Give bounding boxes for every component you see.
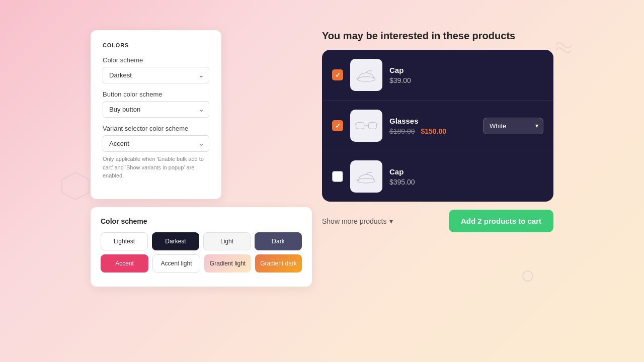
color-option-gradient-light[interactable]: Gradient light — [204, 254, 251, 273]
price-original: $189.00 — [389, 127, 415, 135]
product-name-glasses1: Glasses — [389, 117, 476, 125]
color-options-row-2: Accent Accent light Gradient light Gradi… — [101, 254, 302, 273]
svg-rect-3 — [356, 123, 364, 129]
product-price-glasses1: $189.00 $150.00 — [389, 127, 476, 135]
left-panel: COLORS Color scheme Lightest Darkest Lig… — [91, 30, 312, 287]
button-color-scheme-field: Button color scheme Buy button Default — [103, 90, 209, 118]
variant-select-glasses1[interactable]: White Black Brown — [483, 118, 543, 134]
product-info-glasses1: Glasses $189.00 $150.00 — [389, 117, 476, 135]
svg-point-2 — [357, 77, 375, 82]
color-scheme-select-wrapper: Lightest Darkest Light Dark Accent Accen… — [103, 67, 209, 83]
products-bottom-bar: Show more products ▾ Add 2 products to c… — [322, 202, 553, 232]
product-name-cap2: Cap — [389, 167, 543, 176]
variant-select-wrapper: White Black Brown ▾ — [483, 118, 543, 134]
color-option-darkest[interactable]: Darkest — [152, 232, 199, 250]
product-row: Cap $395.00 — [322, 151, 553, 202]
variant-selector-label: Variant selector color scheme — [103, 125, 209, 132]
color-scheme-picker-card: Color scheme Lightest Darkest Light Dark… — [91, 207, 312, 287]
products-heading: You may be interested in these products — [322, 30, 553, 42]
product-checkbox-glasses1[interactable]: ✓ — [332, 120, 343, 131]
color-scheme-field: Color scheme Lightest Darkest Light Dark… — [103, 56, 209, 83]
color-scheme-select[interactable]: Lightest Darkest Light Dark Accent Accen… — [103, 67, 209, 83]
svg-point-8 — [357, 178, 375, 184]
product-checkbox-cap1[interactable]: ✓ — [332, 69, 343, 80]
color-option-dark[interactable]: Dark — [255, 232, 302, 250]
checkmark-icon: ✓ — [335, 122, 341, 130]
checkmark-icon: ✓ — [335, 71, 341, 79]
product-price-cap1: $39.00 — [389, 76, 543, 84]
product-info-cap2: Cap $395.00 — [389, 167, 543, 186]
button-color-scheme-select[interactable]: Buy button Default — [103, 101, 209, 118]
variant-selector-note: Only applicable when 'Enable bulk add to… — [103, 155, 209, 180]
chevron-down-icon: ▾ — [389, 217, 393, 225]
product-image-cap2 — [350, 160, 382, 193]
color-option-light[interactable]: Light — [203, 232, 251, 250]
cap-image-icon — [356, 67, 376, 82]
cap-image-icon — [356, 169, 376, 184]
button-color-scheme-label: Button color scheme — [103, 90, 209, 98]
price-sale: $150.00 — [421, 127, 447, 135]
products-card: ✓ Cap $39.00 — [322, 50, 553, 202]
svg-rect-4 — [368, 123, 376, 129]
product-row: ✓ Glasses $189.00 $15 — [322, 101, 553, 151]
show-more-label: Show more products — [322, 217, 386, 225]
show-more-button[interactable]: Show more products ▾ — [322, 217, 393, 225]
button-color-scheme-select-wrapper: Buy button Default — [103, 101, 209, 118]
colors-config-card: COLORS Color scheme Lightest Darkest Lig… — [91, 30, 221, 199]
product-price-cap2: $395.00 — [389, 178, 543, 186]
variant-selector-select[interactable]: Accent Darkest Light Dark — [103, 135, 209, 152]
variant-selector-select-wrapper: Accent Darkest Light Dark — [103, 135, 209, 152]
color-option-gradient-dark[interactable]: Gradient dark — [255, 254, 302, 273]
products-panel: You may be interested in these products … — [322, 30, 553, 232]
product-name-cap1: Cap — [389, 66, 543, 74]
variant-selector-field: Variant selector color scheme Accent Dar… — [103, 125, 209, 180]
color-scheme-label: Color scheme — [103, 56, 209, 64]
color-scheme-picker-title: Color scheme — [101, 217, 302, 225]
color-option-lightest[interactable]: Lightest — [101, 232, 148, 250]
colors-section-title: COLORS — [103, 42, 209, 48]
product-info-cap1: Cap $39.00 — [389, 66, 543, 84]
product-image-glasses1 — [350, 110, 382, 142]
color-option-accent[interactable]: Accent — [101, 254, 148, 273]
glasses-image-icon — [355, 120, 377, 132]
color-options-row-1: Lightest Darkest Light Dark — [101, 232, 302, 250]
product-row: ✓ Cap $39.00 — [322, 50, 553, 101]
color-option-accent-light[interactable]: Accent light — [152, 254, 200, 273]
add-to-cart-button[interactable]: Add 2 products to cart — [449, 210, 553, 232]
product-image-cap1 — [350, 59, 382, 91]
product-checkbox-cap2[interactable] — [332, 171, 343, 182]
